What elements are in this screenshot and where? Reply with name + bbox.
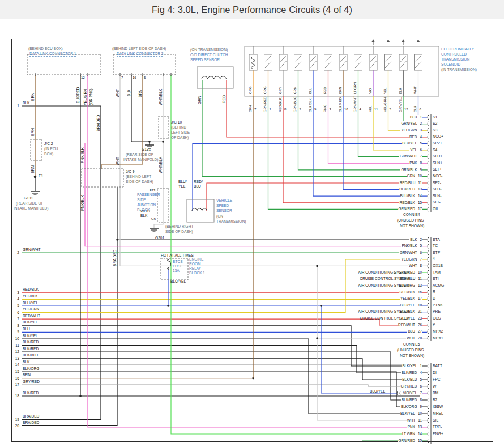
conn-e5-pin-row: YEL/BLK17: [370, 296, 422, 300]
conn-bottom-pin-row: GRN/RED15: [370, 439, 422, 442]
conn-e5-note: NOT SHOWN): [400, 354, 424, 357]
vent-arrow-icon: [387, 39, 390, 42]
pin-name: MPX1: [433, 336, 443, 340]
pin-number: 15: [418, 439, 422, 442]
wire-line: [22, 352, 427, 400]
solenoid-output-wire-label: GRN/YEL: [399, 97, 403, 112]
ect-solenoid-name: TRANSMISSION: [441, 57, 469, 61]
pin-number: 5: [420, 377, 422, 381]
left-row-wire-label: BLK/ORG: [23, 367, 39, 371]
solenoid-output-wire-label: GRN/RED: [263, 96, 267, 112]
pin-number: 23: [418, 316, 422, 320]
wire-line: [22, 187, 117, 426]
pin-name: CCS: [433, 316, 441, 321]
pin-name: SLT-: [433, 200, 441, 205]
pin-number: 8: [420, 398, 422, 402]
dlc3-pin-number: 7: [121, 76, 123, 80]
dlc3-pin-number: 16: [133, 76, 136, 80]
conn-e4-pin-row: PNK8: [370, 161, 422, 165]
jc9-location: (BEHIND LEFT: [126, 174, 151, 178]
solenoid-output-pin: 2: [300, 108, 301, 112]
pin-number: 21: [418, 309, 422, 313]
pin-bracket-icon: [428, 148, 429, 152]
vss-location: (ON: [216, 214, 223, 218]
e1-ground-label: E1: [39, 174, 43, 178]
pin-wire-label: GRN/WHT: [400, 250, 417, 254]
pin-number: 2: [420, 121, 422, 125]
pin-wire-label: YEL/GRN: [401, 257, 417, 261]
pin-wire-label: GRN/RED: [398, 439, 415, 442]
pin-bracket-icon: [428, 141, 429, 146]
pin-wire-label: GRN/WHT: [400, 154, 417, 158]
vss-wire-right-label: RED/: [194, 180, 203, 184]
solenoid-output-wire-label: YEL: [369, 106, 373, 112]
left-row-number: 17: [12, 382, 19, 386]
pin-bracket-icon: [428, 398, 429, 402]
pin-name: S3: [433, 128, 437, 133]
jc2-location: BOX): [44, 152, 53, 156]
conn-bottom-pin-row: BLK/YEL1: [370, 364, 422, 368]
conn-e4-label: CONN E4: [403, 212, 420, 216]
solenoid-unit-icon: [249, 54, 257, 70]
conn-e4-pin-row: RED/BLK15: [370, 201, 422, 205]
pin-bracket-icon: [428, 263, 429, 268]
solenoid-output-wire-label: GRN/WHT: [353, 96, 357, 112]
pin-wire-label: RED/WHT: [398, 323, 415, 327]
left-row-number: 3: [12, 291, 19, 295]
pin-wire-label: WHT: [407, 418, 416, 422]
left-row-number: 9: [12, 330, 19, 334]
relay-block-label: ROOM: [189, 262, 201, 266]
dlc1-pin-number: 12: [81, 76, 85, 80]
dlc1-name: DATA LINK CONNECTOR 1: [29, 52, 76, 57]
solenoid-wire-label: WHT: [413, 86, 417, 94]
psjb-name: PASSENGER: [137, 193, 160, 197]
ect-solenoid-name: CONTROLLED: [441, 52, 467, 56]
etcs-fuse-label: 15A: [173, 269, 180, 273]
pin-number: 6: [420, 148, 422, 152]
conn-e5-pin-row: WHT28: [370, 336, 422, 340]
pin-bracket-icon: [428, 439, 429, 443]
conn-e4-pin-row: GRN/YEL2: [370, 121, 422, 125]
conn-e5-pin-row: BLU/YEL18: [370, 303, 422, 307]
pin-name: STP: [433, 250, 440, 255]
psjb-name: JUNCTION: [137, 203, 156, 207]
pin-wire-label: PNK: [408, 425, 415, 429]
pin-name: ENG+: [433, 432, 443, 436]
pin-bracket-icon: [428, 277, 429, 282]
pin-bracket-icon: [428, 194, 429, 198]
pin-name: OX1B: [433, 263, 443, 268]
pin-wire-label: YEL/GRN: [401, 128, 417, 132]
pin-number: 11: [418, 276, 422, 280]
pin-number: 1: [420, 115, 422, 119]
pin-wire-label: BLK: [410, 237, 417, 241]
left-row-wire-label: BLK: [23, 360, 29, 364]
dlc3-name: DATA LINK CONNECTOR 3: [117, 52, 163, 57]
pin-name: IGSW: [433, 405, 443, 409]
g201-wire-label: WHT/: [140, 209, 150, 213]
etcs-fuse-label: FUSE: [173, 264, 183, 268]
jc10-location: LEFT SIDE: [171, 130, 190, 134]
g131-mid-location: (REAR SIDE OF: [126, 152, 153, 156]
pin-wire-label: BLK/YEL: [400, 411, 415, 415]
jc10-name: J/C 10: [171, 120, 182, 124]
pin-bracket-icon: [428, 122, 429, 126]
rotated-wire-label: BRN: [31, 93, 35, 101]
wire-line: [154, 139, 163, 228]
solenoid-wire-label: VIO: [369, 88, 373, 94]
conn-e4-pin-row: YEL/GRN3: [370, 128, 422, 132]
conn-e5-pin-row: RED/WHT26: [370, 323, 422, 327]
rotated-wire-label: PNK/BLK: [80, 147, 84, 163]
pin-wire-label: BLU/YEL: [402, 141, 417, 145]
psjb-pin-bottom: G6: [151, 217, 156, 221]
pin-number: 6: [420, 384, 422, 388]
pin-name: FPC: [433, 377, 441, 382]
pin-number: 10: [418, 411, 422, 415]
rotated-wire-label: BRAIDED: [96, 115, 100, 131]
rotated-wire-label: BLK/RED: [76, 87, 80, 103]
jc2-name: J/C 2: [44, 142, 53, 146]
component-box: [187, 199, 214, 222]
junction-dot: [316, 337, 318, 339]
pin-name: SP2-: [433, 181, 441, 185]
system-feed-label: CRUISE CONTROL SYSTEM: [328, 316, 409, 320]
pin-name: STA: [433, 237, 440, 242]
